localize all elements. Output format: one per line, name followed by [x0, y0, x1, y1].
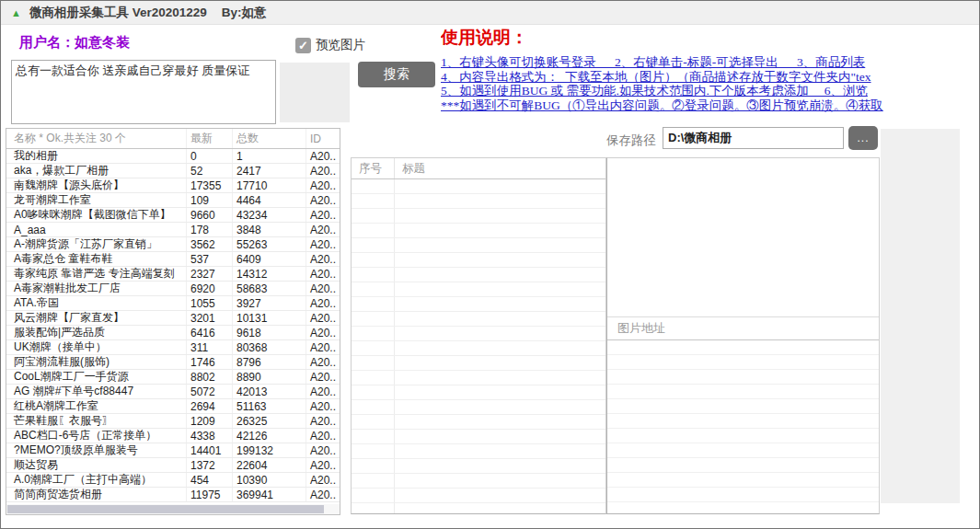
- album-column-header[interactable]: 总数: [233, 129, 306, 148]
- browse-button[interactable]: ...: [848, 126, 878, 150]
- album-column-header[interactable]: 名称 * Ok.共关注 30 个: [6, 129, 187, 148]
- usage-instructions: 使用说明： 1、右键头像可切换账号登录 2、右键单击-标题-可选择导出 3、商品…: [441, 27, 980, 116]
- album-row[interactable]: A0哆唻咪潮牌【截图微信下单】966043234A20..: [6, 208, 340, 223]
- save-path-input[interactable]: [663, 127, 844, 149]
- album-row[interactable]: 风云潮牌【厂家直发】320110131A20..: [6, 311, 340, 326]
- horizontal-scrollbar[interactable]: [6, 504, 340, 514]
- album-cell: 2417: [233, 164, 306, 178]
- album-row[interactable]: 南魏潮牌【源头底价】1735517710A20..: [6, 178, 340, 193]
- preview-images-checkbox[interactable]: ✓ 预览图片: [295, 37, 365, 53]
- album-cell: 199132: [233, 443, 306, 457]
- item-row-empty[interactable]: [352, 400, 605, 415]
- album-row[interactable]: UK潮牌（接单中）31180368A20..: [6, 340, 340, 355]
- horizontal-scrollbar-thumb[interactable]: [7, 505, 324, 513]
- item-row-empty[interactable]: [352, 341, 605, 356]
- checkbox-checked-icon[interactable]: ✓: [295, 38, 311, 53]
- album-column-header[interactable]: 最新: [187, 129, 233, 148]
- item-row-empty[interactable]: [352, 356, 605, 371]
- album-row[interactable]: CooL潮牌工厂一手货源88028890A20..: [6, 370, 340, 385]
- album-cell: A20..: [306, 458, 340, 472]
- item-row-empty[interactable]: [352, 253, 605, 268]
- item-row-empty[interactable]: [352, 224, 605, 238]
- image-address-row-empty[interactable]: [607, 458, 879, 473]
- album-row[interactable]: 我的相册01A20..: [6, 149, 340, 164]
- album-cell: AG 潮牌#下单号cf88447: [6, 385, 187, 398]
- image-address-row-empty[interactable]: [607, 355, 879, 370]
- app-triangle-icon: ▲: [11, 7, 21, 18]
- album-cell: 369941: [233, 488, 306, 501]
- item-index-cell: [352, 268, 395, 282]
- item-row-empty[interactable]: [352, 327, 605, 341]
- image-address-header[interactable]: 图片地址: [607, 317, 879, 340]
- album-row[interactable]: 毒家纯原 靠谱严选 专注高端复刻232714312A20..: [6, 267, 340, 282]
- item-row-empty[interactable]: [352, 371, 605, 385]
- album-cell: 42126: [233, 429, 306, 443]
- album-row[interactable]: 芒果鞋服〖衣服号〗120926325A20..: [6, 414, 340, 429]
- item-row-empty[interactable]: [352, 430, 605, 444]
- item-row-empty[interactable]: [352, 459, 605, 474]
- search-button[interactable]: 搜索: [358, 62, 435, 87]
- image-address-row-empty[interactable]: [607, 340, 879, 355]
- item-index-cell: [352, 341, 395, 355]
- album-cell: 3562: [187, 237, 233, 251]
- image-address-row-empty[interactable]: [607, 399, 879, 414]
- album-row[interactable]: ?MEMO?顶级原单服装号14401199132A20..: [6, 443, 340, 458]
- item-row-empty[interactable]: [352, 444, 605, 459]
- item-index-cell: [352, 503, 395, 514]
- album-row[interactable]: A.0潮牌工厂（主打中高端）45410390A20..: [6, 473, 340, 488]
- description-textarea[interactable]: 总有一款适合你 送亲戚自己穿最好 质量保证: [11, 60, 276, 124]
- image-address-row-empty[interactable]: [607, 429, 879, 443]
- album-row[interactable]: 顺达贸易137222604A20..: [6, 458, 340, 473]
- item-row-empty[interactable]: [352, 415, 605, 430]
- album-cell: A20..: [306, 282, 340, 295]
- album-row[interactable]: A_aaa1783848A20..: [6, 223, 340, 237]
- item-row-empty[interactable]: [352, 179, 605, 194]
- album-cell: A.0潮牌工厂（主打中高端）: [6, 473, 187, 487]
- image-address-row-empty[interactable]: [607, 414, 879, 429]
- item-index-cell: [352, 224, 395, 237]
- album-row[interactable]: AG 潮牌#下单号cf88447507242013A20..: [6, 385, 340, 399]
- album-cell: A_aaa: [6, 223, 187, 236]
- column-header-index[interactable]: 序号: [352, 158, 395, 178]
- album-cell: 1209: [187, 414, 233, 428]
- image-address-row-empty[interactable]: [607, 488, 879, 502]
- album-row[interactable]: aka，爆款工厂相册522417A20..: [6, 164, 340, 178]
- item-row-empty[interactable]: [352, 385, 605, 400]
- item-index-cell: [352, 489, 395, 502]
- item-row-empty[interactable]: [352, 489, 605, 503]
- item-row-empty[interactable]: [352, 503, 605, 514]
- album-row[interactable]: A毒家潮鞋批发工厂店692058683A20..: [6, 282, 340, 296]
- album-row[interactable]: 简简商贸选货相册11975369941A20..: [6, 488, 340, 502]
- album-cell: 0: [187, 149, 233, 163]
- album-column-header[interactable]: ID: [306, 129, 340, 148]
- item-row-empty[interactable]: [352, 268, 605, 282]
- image-address-row-empty[interactable]: [607, 385, 879, 399]
- album-row[interactable]: ABC档口-6号店（正常接单）433842126A20..: [6, 429, 340, 443]
- instruction-line: 5、如遇到使用BUG 或 需要功能.如果技术范围内.下个版本考虑添加 6、浏览: [441, 84, 980, 98]
- album-row[interactable]: 龙哥潮牌工作室1094464A20..: [6, 193, 340, 208]
- item-row-empty[interactable]: [352, 474, 605, 489]
- item-row-empty[interactable]: [352, 209, 605, 224]
- item-row-empty[interactable]: [352, 282, 605, 297]
- image-address-row-empty[interactable]: [607, 370, 879, 385]
- album-cell: A20..: [306, 252, 340, 266]
- album-cell: 顺达贸易: [6, 458, 187, 472]
- image-address-row-empty[interactable]: [607, 473, 879, 488]
- item-row-empty[interactable]: [352, 194, 605, 209]
- album-cell: 阿宝潮流鞋服(服饰): [6, 355, 187, 369]
- image-address-row-empty[interactable]: [607, 443, 879, 458]
- album-row[interactable]: ATA.帝国10553927A20..: [6, 296, 340, 311]
- album-row[interactable]: A毒家总仓 童鞋布鞋5376409A20..: [6, 252, 340, 267]
- album-row[interactable]: 服装配饰|严选品质64169618A20..: [6, 326, 340, 340]
- album-row[interactable]: A-潮牌货源「江苏厂家直销」356255263A20..: [6, 237, 340, 252]
- album-row[interactable]: 红桃A潮牌工作室269451163A20..: [6, 399, 340, 414]
- image-address-row-empty[interactable]: [607, 502, 879, 514]
- avatar-placeholder[interactable]: [280, 63, 350, 122]
- album-row[interactable]: 阿宝潮流鞋服(服饰)17468796A20..: [6, 355, 340, 370]
- item-row-empty[interactable]: [352, 238, 605, 253]
- item-index-cell: [352, 356, 395, 370]
- album-cell: 8890: [233, 370, 306, 384]
- item-row-empty[interactable]: [352, 297, 605, 312]
- item-row-empty[interactable]: [352, 312, 605, 327]
- column-header-title[interactable]: 标题: [395, 158, 425, 178]
